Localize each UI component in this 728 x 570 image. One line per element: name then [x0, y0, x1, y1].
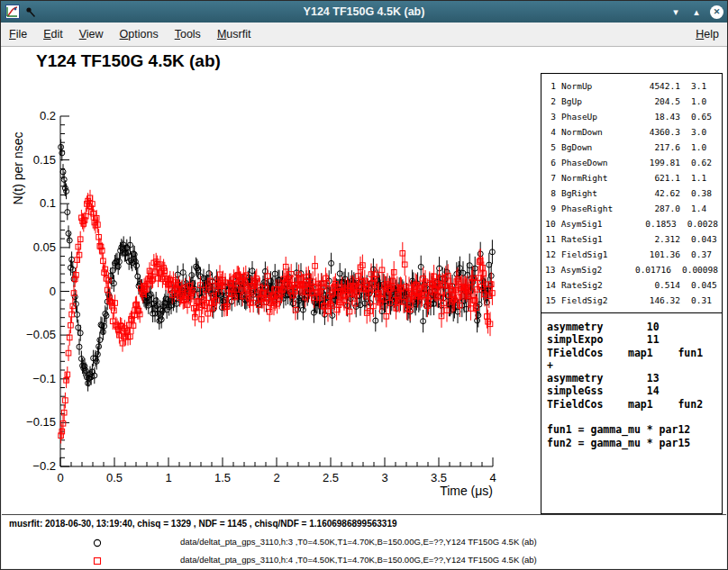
svg-text:−0.05: −0.05: [26, 328, 56, 341]
parameter-row: 5BgDown217.61.0: [545, 140, 718, 155]
theory-line: asymmetry 13: [547, 372, 722, 385]
parameter-row: 10AsymSig10.18530.0028: [545, 216, 718, 231]
divider: [2, 514, 726, 515]
legend-marker-square: [92, 554, 103, 565]
svg-text:−0.1: −0.1: [32, 372, 56, 385]
parameter-row: 6PhaseDown199.810.62: [545, 155, 718, 170]
theory-line: asymmetry 10: [547, 321, 722, 333]
menu-options[interactable]: Options: [112, 24, 167, 44]
svg-text:1.5: 1.5: [214, 471, 231, 484]
window-title: Y124 TF150G 4.5K (ab): [1, 5, 727, 18]
musrfit-label: musrfit:: [9, 519, 42, 529]
svg-text:0.15: 0.15: [33, 153, 56, 167]
app-window: Y124 TF150G 4.5K (ab) ▾ ▴ ✕: [0, 0, 728, 570]
theory-block: asymmetry 10simplExpo 11TFieldCos map1 f…: [541, 312, 723, 514]
theory-line: TFieldCos map1 fun2: [547, 398, 722, 411]
titlebar[interactable]: Y124 TF150G 4.5K (ab) ▾ ▴ ✕: [1, 1, 727, 23]
svg-text:0.5: 0.5: [106, 471, 123, 484]
parameter-row: 15FieldSig2146.320.31: [545, 293, 718, 308]
minimize-icon[interactable]: ▾: [669, 5, 683, 19]
theory-line: fun2 = gamma_mu * par15: [547, 437, 722, 449]
svg-text:2: 2: [273, 471, 279, 484]
svg-text:4: 4: [489, 471, 496, 484]
svg-text:2.5: 2.5: [323, 471, 339, 484]
theory-line: +: [547, 359, 722, 372]
root-canvas: Y124 TF150G 4.5K (ab) 00.511.522.533.54−…: [2, 47, 726, 568]
svg-text:Time (μs): Time (μs): [440, 484, 493, 498]
theory-line: fun1 = gamma_mu * par12: [547, 423, 722, 436]
plot-area[interactable]: 00.511.522.533.54−0.2−0.15−0.1−0.0500.05…: [2, 47, 515, 529]
menu-tools[interactable]: Tools: [167, 24, 209, 44]
svg-text:0: 0: [57, 471, 63, 484]
close-icon[interactable]: ✕: [710, 5, 723, 19]
parameter-row: 11RateSig12.3120.043: [545, 231, 718, 247]
parameter-row: 2BgUp204.51.0: [545, 94, 718, 109]
svg-text:N(t) per nsec: N(t) per nsec: [11, 132, 25, 205]
parameter-row: 1NormUp4542.13.1: [545, 78, 718, 94]
svg-text:0: 0: [50, 285, 56, 298]
menubar: FileEditViewOptionsToolsMusrfit Help: [1, 23, 727, 47]
legend-entry: data/deltat_pta_gps_3110,h:3 ,T0=4.50K,T…: [2, 534, 726, 548]
theory-line: [547, 411, 722, 423]
parameter-row: 9PhaseRight287.01.4: [545, 201, 718, 216]
svg-text:0.05: 0.05: [33, 240, 56, 254]
theory-line: simpleGss 14: [547, 385, 722, 397]
legend-entry: data/deltat_pta_gps_3110,h:4 ,T0=4.50K,T…: [2, 552, 726, 566]
menu-file[interactable]: File: [1, 24, 35, 44]
parameter-row: 13AsymSig20.017160.00098: [545, 262, 718, 277]
svg-text:−0.2: −0.2: [32, 459, 56, 473]
maximize-icon[interactable]: ▴: [689, 5, 704, 19]
fit-parameter-table: 1NormUp4542.13.12BgUp204.51.03PhaseUp18.…: [541, 73, 723, 313]
svg-text:0.2: 0.2: [40, 109, 56, 122]
svg-text:0.1: 0.1: [40, 196, 56, 210]
legend-label: data/deltat_pta_gps_3110,h:4 ,T0=4.50K,T…: [180, 555, 537, 565]
parameter-row: 4NormDown4360.33.0: [545, 124, 718, 140]
svg-text:−0.15: −0.15: [26, 415, 56, 429]
menu-musrfit[interactable]: Musrfit: [209, 24, 259, 44]
parameter-row: 3PhaseUp18.430.65: [545, 109, 718, 124]
legend-label: data/deltat_pta_gps_3110,h:3 ,T0=4.50K,T…: [180, 537, 537, 547]
parameter-row: 8BgRight42.620.38: [545, 185, 718, 201]
menu-edit[interactable]: Edit: [35, 24, 71, 44]
fit-status-line: musrfit: 2018-06-30, 13:19:40, chisq = 1…: [9, 519, 397, 529]
svg-text:3.5: 3.5: [431, 471, 447, 484]
fit-statistics: 2018-06-30, 13:19:40, chisq = 1329 , NDF…: [42, 519, 396, 529]
svg-text:3: 3: [381, 471, 387, 484]
parameter-row: 14RateSig20.5140.045: [545, 277, 718, 293]
theory-line: TFieldCos map1 fun1: [547, 347, 722, 359]
parameter-row: 7NormRight621.11.1: [545, 170, 718, 185]
pin-icon[interactable]: [24, 6, 36, 18]
legend-marker-circle: [92, 536, 103, 547]
app-icon[interactable]: [5, 5, 20, 19]
menu-help[interactable]: Help: [687, 24, 727, 44]
menu-view[interactable]: View: [71, 24, 112, 44]
theory-line: simplExpo 11: [547, 333, 722, 346]
svg-text:1: 1: [165, 471, 171, 484]
parameter-row: 12FieldSig1101.360.37: [545, 247, 718, 262]
